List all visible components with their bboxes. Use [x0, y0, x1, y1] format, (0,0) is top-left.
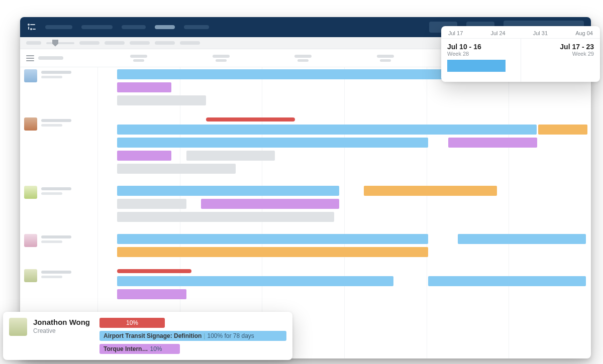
- task-bar[interactable]: [117, 151, 171, 161]
- task-bar[interactable]: [428, 276, 586, 286]
- week-cell[interactable]: Jul 10 - 16 Week 28: [441, 39, 521, 82]
- person-name: Jonathon Wong: [33, 318, 93, 326]
- task-bar[interactable]: [117, 289, 186, 299]
- task-bar[interactable]: [117, 247, 428, 257]
- week-range: Jul 10 - 16: [447, 43, 515, 51]
- date-tick[interactable]: Jul 31: [533, 30, 548, 36]
- week-cell[interactable]: Jul 17 - 23 Week 29: [521, 39, 600, 82]
- resource-header[interactable]: [20, 117, 97, 131]
- brand-icon[interactable]: [27, 23, 36, 31]
- task-bar[interactable]: [201, 199, 339, 209]
- week-allocation-bar[interactable]: [447, 60, 506, 72]
- task-bar[interactable]: [117, 212, 334, 222]
- week-selector-popup: Jul 17 Jul 24 Jul 31 Aug 04 Jul 10 - 16 …: [441, 26, 600, 82]
- date-tick[interactable]: Aug 04: [575, 30, 593, 36]
- toolbar-item[interactable]: [26, 41, 41, 45]
- nav-item-active[interactable]: [155, 25, 175, 29]
- task-bar[interactable]: [186, 151, 275, 161]
- task-bar[interactable]: [458, 234, 586, 244]
- toolbar-item[interactable]: [79, 41, 99, 45]
- nav-item[interactable]: [122, 25, 146, 29]
- nav-item[interactable]: [45, 25, 72, 29]
- nav-item[interactable]: [81, 25, 113, 29]
- resource-header[interactable]: [20, 269, 97, 282]
- task-bar[interactable]: [117, 125, 537, 135]
- menu-icon[interactable]: [26, 55, 34, 61]
- avatar: [9, 318, 27, 336]
- task-bar[interactable]: [117, 95, 206, 105]
- svg-point-0: [28, 24, 30, 26]
- task-bar[interactable]: [117, 199, 186, 209]
- date-tick[interactable]: Jul 24: [490, 30, 505, 36]
- week-label: Week 28: [447, 51, 515, 57]
- toolbar-item[interactable]: [155, 41, 175, 45]
- column-header[interactable]: [180, 55, 262, 62]
- task-bar[interactable]: [117, 234, 428, 244]
- zoom-thumb[interactable]: [52, 40, 58, 47]
- task-bar[interactable]: [117, 164, 236, 174]
- svg-rect-1: [30, 24, 35, 25]
- resource-row: [20, 115, 591, 184]
- filter-chip[interactable]: [38, 56, 63, 60]
- overallocation-bar[interactable]: [117, 269, 191, 273]
- toolbar-item[interactable]: [105, 41, 125, 45]
- resource-header[interactable]: [20, 186, 97, 199]
- task-bar[interactable]: [117, 186, 339, 196]
- task-pill[interactable]: Airport Transit Signage: Definition | 10…: [99, 331, 286, 341]
- task-title: Torque Intern…: [104, 345, 148, 352]
- task-bar[interactable]: [448, 138, 537, 148]
- resource-row: [20, 184, 591, 232]
- column-header[interactable]: [344, 55, 427, 62]
- nav-item[interactable]: [184, 25, 209, 29]
- task-bar[interactable]: [117, 82, 171, 92]
- avatar: [24, 186, 37, 199]
- resource-detail-popup: Jonathon Wong Creative 10% Airport Trans…: [3, 312, 292, 360]
- separator: |: [204, 332, 205, 339]
- resource-row: [20, 232, 591, 267]
- avatar: [24, 69, 37, 82]
- overallocation-bar[interactable]: [206, 117, 295, 122]
- svg-rect-2: [28, 27, 29, 30]
- avatar: [24, 269, 37, 282]
- utilization-value: 10%: [126, 319, 138, 326]
- resource-header[interactable]: [20, 69, 97, 82]
- svg-rect-4: [33, 29, 36, 30]
- svg-point-3: [30, 28, 32, 30]
- task-bar[interactable]: [117, 138, 428, 148]
- task-bar[interactable]: [117, 276, 393, 286]
- task-meta: 100% for 78 days: [207, 332, 254, 339]
- week-label: Week 29: [527, 51, 594, 57]
- avatar: [24, 117, 37, 131]
- resource-header[interactable]: [20, 234, 97, 247]
- task-bar[interactable]: [538, 125, 587, 135]
- task-title: Airport Transit Signage: Definition: [104, 332, 202, 339]
- task-bar[interactable]: [364, 186, 497, 196]
- zoom-slider[interactable]: [46, 42, 74, 44]
- date-tick[interactable]: Jul 17: [448, 30, 463, 36]
- toolbar-item[interactable]: [180, 41, 200, 45]
- date-scale: Jul 17 Jul 24 Jul 31 Aug 04: [441, 26, 600, 38]
- avatar: [24, 234, 37, 247]
- person-role: Creative: [33, 327, 93, 334]
- toolbar-item[interactable]: [130, 41, 150, 45]
- utilization-pill[interactable]: 10%: [99, 318, 165, 328]
- column-header[interactable]: [262, 55, 344, 62]
- week-range: Jul 17 - 23: [527, 43, 594, 51]
- column-header[interactable]: [97, 55, 180, 62]
- task-pill[interactable]: Torque Intern… 10%: [99, 344, 180, 354]
- task-meta: 10%: [150, 345, 162, 352]
